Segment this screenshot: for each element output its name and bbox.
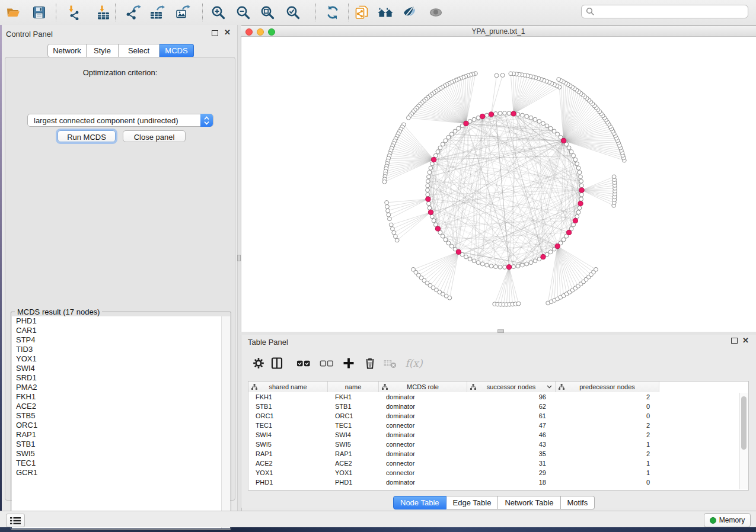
export-table-button[interactable] [149,4,165,21]
task-history-button[interactable] [6,514,25,527]
tab-mcds[interactable]: MCDS [160,44,194,57]
header-filler [659,382,748,392]
table-scrollbar-thumb[interactable] [741,396,747,450]
mcds-result-item[interactable]: PHD1 [12,316,230,326]
tab-network[interactable]: Network [47,44,87,57]
mcds-result-item[interactable]: GCR1 [12,468,230,477]
home-button[interactable] [378,4,393,21]
split-panel-button[interactable] [270,355,284,371]
network-graph[interactable] [241,37,756,332]
mcds-result-item[interactable]: SRD1 [12,373,230,383]
mcds-result-item[interactable]: ACE2 [12,402,230,411]
column-header-successor-nodes[interactable]: successor nodes [467,382,556,392]
mcds-list-scrollbar[interactable] [221,316,230,528]
table-cell: 47 [467,422,556,429]
status-bar: Memory [0,511,756,527]
refresh-layout-button[interactable] [325,4,340,21]
table-close-button[interactable]: ✕ [742,337,749,344]
mcds-result-item[interactable]: ORC1 [12,421,230,430]
table-row[interactable]: PHD1PHD1dominator180 [248,477,748,487]
tab-style[interactable]: Style [87,44,119,57]
mcds-result-item[interactable]: RAP1 [12,430,230,440]
table-cell: RAP1 [328,450,379,457]
control-panel: Control Panel ✕ Network Style Select MCD… [2,25,237,511]
mcds-result-item[interactable]: TEC1 [12,459,230,468]
mcds-result-item[interactable]: SWI5 [12,449,230,459]
add-column-button[interactable] [342,355,356,371]
table-float-button[interactable] [731,338,738,345]
table-row[interactable]: SWI4SWI4dominator462 [248,430,748,440]
column-header-shared-name[interactable]: shared name [248,382,328,392]
table-row[interactable]: RAP1RAP1dominator352 [248,449,748,459]
deselect-all-button[interactable] [320,355,334,371]
import-network-button[interactable] [66,4,82,21]
column-header-predecessor-nodes[interactable]: predecessor nodes [556,382,659,392]
import-table-button[interactable] [95,4,111,21]
column-header-mcds-role[interactable]: MCDS role [379,382,467,392]
mcds-result-item[interactable]: CAR1 [12,326,230,335]
network-window-titlebar[interactable]: YPA_prune.txt_1 [241,25,756,37]
table-row[interactable]: STB1STB1dominator620 [248,402,748,411]
table-row[interactable]: TEC1TEC1connector472 [248,421,748,430]
mcds-result-item[interactable]: FKH1 [12,392,230,402]
save-session-button[interactable] [31,4,47,21]
table-cell: YOX1 [248,469,328,476]
table-cell: ORC1 [328,412,379,419]
mcds-tab-content: Optimization criterion: largest connecte… [5,57,235,501]
main-toolbar [0,0,756,25]
tab-edge-table[interactable]: Edge Table [446,496,499,509]
table-scrollbar[interactable] [739,393,748,489]
table-settings-button[interactable] [251,355,266,371]
tab-node-table[interactable]: Node Table [393,496,446,509]
hide-annotations-button[interactable] [401,4,417,21]
delete-column-button[interactable] [363,355,377,371]
close-panel-button[interactable]: ✕ [224,29,231,36]
mcds-result-list[interactable]: PHD1CAR1STP4TID3YOX1SWI4SRD1PMA2FKH1ACE2… [12,316,230,528]
split-columns-icon [270,357,283,370]
mcds-result-item[interactable]: PMA2 [12,383,230,392]
table-cell: 29 [467,469,556,476]
tab-motifs[interactable]: Motifs [561,496,595,509]
zoom-out-button[interactable] [235,4,251,21]
mcds-result-item[interactable]: STB5 [12,411,230,421]
criterion-dropdown[interactable]: largest connected component (undirected) [27,114,213,127]
function-builder-button[interactable]: f(x) [404,355,424,371]
memory-button[interactable]: Memory [704,513,751,527]
zoom-out-icon [235,5,251,20]
zoom-in-button[interactable] [210,4,226,21]
mcds-result-item[interactable]: YOX1 [12,354,230,364]
delete-table-button[interactable] [383,355,397,371]
horizontal-splitter-handle[interactable] [497,329,504,333]
mcds-result-item[interactable]: STP4 [12,335,230,345]
run-mcds-button[interactable]: Run MCDS [58,130,116,142]
tab-select[interactable]: Select [119,44,160,57]
search-input[interactable] [595,7,748,17]
delete-table-icon [383,357,397,370]
show-graphics-button[interactable] [428,4,444,21]
table-row[interactable]: ORC1ORC1dominator610 [248,411,748,421]
tab-network-table[interactable]: Network Table [498,496,560,509]
export-network-button[interactable] [126,4,141,21]
network-document-button[interactable] [354,4,369,21]
table-cell: 1 [556,469,659,476]
table-cell: 96 [467,393,556,400]
table-row[interactable]: FKH1FKH1dominator962 [248,392,748,402]
zoom-selected-button[interactable] [285,4,301,21]
table-cell: ORC1 [248,412,328,419]
network-view[interactable] [241,37,756,332]
table-row[interactable]: SWI5SWI5connector431 [248,440,748,449]
mcds-result-item[interactable]: STB1 [12,440,230,449]
mcds-result-item[interactable]: TID3 [12,345,230,354]
select-all-button[interactable] [296,355,311,371]
float-panel-button[interactable] [212,30,218,37]
column-header-name[interactable]: name [328,382,379,392]
zoom-fit-button[interactable] [260,4,275,21]
search-field[interactable] [581,5,748,18]
mcds-result-item[interactable]: SWI4 [12,364,230,373]
toolbar-separator [202,4,203,21]
table-row[interactable]: ACE2ACE2connector311 [248,459,748,468]
table-row[interactable]: YOX1YOX1connector291 [248,468,748,477]
open-session-button[interactable] [6,4,21,21]
export-image-button[interactable] [175,4,190,21]
close-panel-button-mcds[interactable]: Close panel [123,130,186,142]
